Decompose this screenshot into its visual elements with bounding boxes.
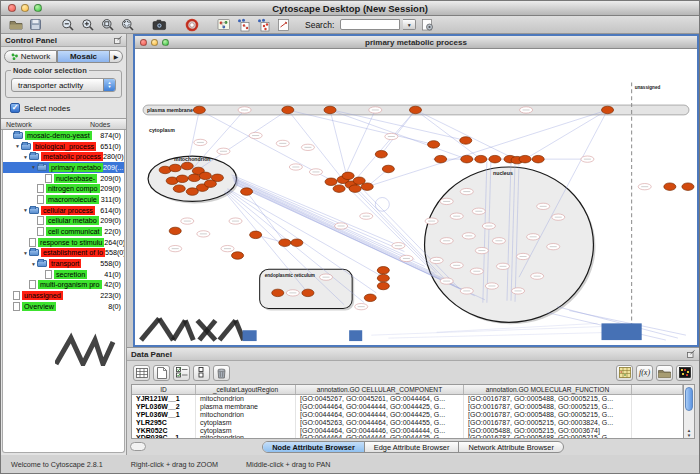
table-row[interactable]: YPL036W__2plasma membrane[GO:0044464, GO…: [132, 403, 683, 411]
select-nodes-checkbox[interactable]: ✓: [10, 103, 20, 113]
network-overview-button[interactable]: [215, 17, 232, 32]
create-attribute-button[interactable]: [153, 365, 170, 381]
graph-node-selected[interactable]: [204, 180, 216, 187]
graph-node-selected[interactable]: [349, 185, 361, 192]
close-icon[interactable]: [140, 39, 147, 46]
graph-node-selected[interactable]: [193, 106, 205, 113]
search-input[interactable]: [340, 19, 400, 30]
graph-node-selected[interactable]: [176, 175, 188, 182]
table-row[interactable]: YDR039C__1mitochondrion[GO:0044464, GO:0…: [132, 434, 683, 438]
graph-node-selected[interactable]: [325, 178, 337, 185]
graph-node-selected[interactable]: [435, 155, 447, 162]
tree-row[interactable]: secretion41(0): [3, 269, 124, 280]
zoom-window-icon[interactable]: [34, 4, 42, 12]
graph-node-selected[interactable]: [199, 172, 211, 179]
minimize-icon[interactable]: [21, 4, 29, 12]
graph-node-selected[interactable]: [377, 282, 389, 289]
tab-network-attribute-browser[interactable]: Network Attribute Browser: [459, 442, 562, 452]
tree-row[interactable]: cell communicat22(0): [3, 226, 124, 237]
graph-node-selected[interactable]: [169, 227, 181, 234]
tree-row[interactable]: multi-organism pro42(0): [3, 280, 124, 291]
tree-row[interactable]: cellular metabo209(0): [3, 216, 124, 227]
select-attributes-button[interactable]: [133, 365, 150, 381]
graph-node-selected[interactable]: [302, 289, 314, 296]
graph-node-selected[interactable]: [664, 183, 676, 190]
expander-icon[interactable]: ▼: [22, 250, 29, 256]
tree-row[interactable]: nucleobase-209(0): [3, 173, 124, 184]
tree-row[interactable]: nitrogen compo209(0): [3, 183, 124, 194]
graph-node-selected[interactable]: [250, 231, 262, 238]
graph-node-selected[interactable]: [375, 150, 387, 157]
graph-node-selected[interactable]: [475, 155, 487, 162]
graph-node-selected[interactable]: [353, 177, 365, 184]
graph-node-selected[interactable]: [377, 267, 389, 274]
graph-node-selected[interactable]: [186, 188, 198, 195]
close-icon[interactable]: [8, 4, 16, 12]
graph-node-selected[interactable]: [169, 164, 181, 171]
graph-node-selected[interactable]: [291, 239, 303, 246]
column-header[interactable]: ID: [132, 385, 196, 394]
table-scrollbar[interactable]: ▲ ▼: [683, 385, 694, 438]
load-attributes-button[interactable]: [656, 365, 673, 381]
graph-node-selected[interactable]: [342, 172, 354, 179]
network-canvas[interactable]: plasma membranecytoplasmmitochondrionnuc…: [135, 49, 697, 345]
formula-builder-button[interactable]: f(x): [636, 365, 653, 381]
graph-node-selected[interactable]: [428, 141, 440, 148]
network-view-titlebar[interactable]: primary metabolic process: [135, 36, 697, 49]
tab-mosaic[interactable]: Mosaic: [57, 50, 110, 63]
graph-node-selected[interactable]: [601, 106, 613, 113]
expander-icon[interactable]: ▼: [30, 261, 37, 267]
scrollbar-thumb[interactable]: [685, 387, 693, 411]
graph-node-selected[interactable]: [361, 183, 373, 190]
zoom-fit-button[interactable]: [99, 17, 116, 32]
tree-row[interactable]: ▼cellular process614(0): [3, 205, 124, 216]
search-options-button[interactable]: [419, 17, 436, 32]
expander-icon[interactable]: ▼: [22, 207, 29, 213]
scroll-down-icon[interactable]: ▼: [687, 433, 691, 438]
vizmapper-button[interactable]: [275, 17, 292, 32]
graph-node-selected[interactable]: [377, 274, 389, 281]
expander-icon[interactable]: ▼: [22, 154, 29, 160]
float-panel-icon[interactable]: [687, 350, 695, 358]
clone-view-button[interactable]: [255, 17, 272, 32]
graph-node-selected[interactable]: [364, 294, 376, 301]
tab-overflow-button[interactable]: ▶: [110, 50, 123, 63]
open-button[interactable]: [7, 17, 24, 32]
zoom-selected-button[interactable]: [119, 17, 136, 32]
help-button[interactable]: [183, 17, 200, 32]
graph-node-selected[interactable]: [188, 174, 200, 181]
column-header[interactable]: _cellularLayoutRegion: [196, 385, 296, 394]
tree-row[interactable]: macromolecule311(0): [3, 194, 124, 205]
graph-node-selected[interactable]: [409, 106, 421, 113]
graph-node-selected[interactable]: [272, 289, 284, 296]
zoom-out-button[interactable]: [59, 17, 76, 32]
graph-node-selected[interactable]: [532, 155, 544, 162]
tree-row[interactable]: ▼transport558(0): [3, 258, 124, 269]
column-header[interactable]: annotation.GO MOLECULAR_FUNCTION: [464, 385, 632, 394]
tree-row[interactable]: ▼biological_process651(0): [3, 141, 124, 152]
graph-node-selected[interactable]: [382, 165, 394, 172]
graph-node-selected[interactable]: [324, 106, 336, 113]
graph-node-selected[interactable]: [461, 155, 473, 162]
tree-row[interactable]: response to stimulu264(0): [3, 237, 124, 248]
graph-node-selected[interactable]: [333, 185, 345, 192]
tree-row[interactable]: ▼establishment of lo558(0): [3, 248, 124, 259]
graph-node-selected[interactable]: [519, 155, 531, 162]
expander-icon[interactable]: ▼: [14, 143, 21, 149]
snapshot-button[interactable]: [151, 17, 168, 32]
graph-node-selected[interactable]: [173, 185, 185, 192]
tree-row[interactable]: Overview8(0): [3, 301, 124, 312]
attribute-checklist-button[interactable]: [173, 365, 190, 381]
minimize-icon[interactable]: [151, 39, 158, 46]
graph-node-selected[interactable]: [460, 137, 472, 144]
graph-node-selected[interactable]: [181, 162, 193, 169]
table-row[interactable]: YPL036W__1mitochondrion[GO:0044464, GO:0…: [132, 411, 683, 419]
float-panel-icon[interactable]: [114, 36, 122, 44]
graph-node-selected[interactable]: [682, 183, 694, 190]
heatmap-button[interactable]: [676, 365, 693, 381]
save-button[interactable]: [27, 17, 44, 32]
tab-edge-attribute-browser[interactable]: Edge Attribute Browser: [365, 442, 460, 452]
delete-attribute-button[interactable]: [213, 365, 230, 381]
tree-row[interactable]: mosaic-demo-yeast874(0): [3, 130, 124, 141]
column-header[interactable]: annotation.GO CELLULAR_COMPONENT: [296, 385, 464, 394]
